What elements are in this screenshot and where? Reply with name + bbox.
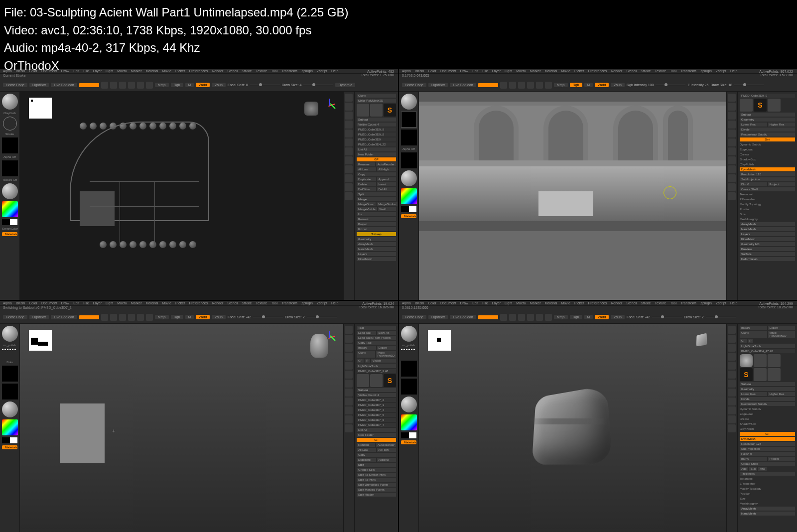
scale-icon[interactable] bbox=[137, 82, 144, 89]
sculpt-object-top-view bbox=[70, 122, 209, 261]
left-tool-tray[interactable]: nc_polish Materials bbox=[399, 324, 419, 532]
dynamesh-section[interactable]: DynaMesh bbox=[740, 167, 795, 171]
status-bar: Switching to Subtool #0: PM3D_Cube3D7_3 bbox=[0, 306, 398, 311]
color-picker[interactable] bbox=[2, 201, 18, 217]
move-icon[interactable] bbox=[128, 82, 135, 89]
file-line: File: 03-Sculpting Acient Wall Part1 Unt… bbox=[4, 4, 348, 21]
audio-line: Audio: mp4a-40-2, 317 Kbps, 44 Khz bbox=[4, 39, 348, 56]
subtool-item[interactable]: PM3D_Cube3D9 bbox=[357, 137, 396, 141]
sculpt-rock bbox=[529, 389, 608, 463]
frame-icon[interactable] bbox=[345, 94, 353, 102]
main-toolbar[interactable]: Home Page LightBox Live Boolean Mrgb Rgb… bbox=[0, 311, 398, 324]
smt-button[interactable]: Smt bbox=[740, 137, 795, 141]
rotate-icon[interactable] bbox=[146, 82, 153, 89]
polyf-icon[interactable] bbox=[345, 165, 353, 173]
floor-gizmo bbox=[304, 102, 318, 116]
zoom-icon[interactable] bbox=[345, 112, 353, 120]
m-button[interactable]: M bbox=[185, 83, 194, 87]
local-icon[interactable] bbox=[345, 147, 353, 155]
left-tool-tray[interactable]: nc_polish Dots Materials bbox=[0, 324, 20, 532]
solo-icon[interactable] bbox=[345, 192, 353, 200]
viewport-canvas[interactable] bbox=[419, 92, 726, 300]
stroke-icon[interactable] bbox=[3, 117, 17, 131]
mrgb-button[interactable]: Mrgb bbox=[155, 83, 169, 87]
edit-icon[interactable] bbox=[110, 82, 117, 89]
dots-stroke-icon[interactable] bbox=[2, 349, 16, 359]
texture-thumbnail[interactable] bbox=[2, 160, 18, 176]
tool-thumb[interactable] bbox=[357, 104, 369, 117]
ghost-icon[interactable] bbox=[345, 183, 353, 191]
main-toolbar[interactable]: Home Page LightBox Live Boolean Mrgb Rgb… bbox=[399, 311, 797, 324]
sculpt-object-front-view bbox=[419, 92, 726, 300]
highlight-selection bbox=[538, 191, 593, 216]
draw-icon[interactable] bbox=[119, 82, 126, 89]
home-button[interactable]: Home Page bbox=[3, 83, 27, 87]
alpha-preview bbox=[29, 98, 52, 119]
dynamesh-section[interactable]: DynaMesh bbox=[740, 437, 795, 441]
stroke-icon[interactable] bbox=[401, 112, 417, 128]
dynamic-button[interactable]: Dynamic bbox=[335, 83, 355, 87]
rgb-button[interactable]: Rgb bbox=[171, 83, 183, 87]
menubar[interactable]: AlphaBrushColorDocumentDrawEditFileLayer… bbox=[399, 69, 797, 74]
zadd-button[interactable]: Zadd bbox=[196, 83, 210, 87]
color-swatch[interactable] bbox=[2, 219, 17, 225]
author-line: OrThodoX bbox=[4, 57, 348, 74]
bpr-icon[interactable] bbox=[101, 82, 108, 89]
menubar[interactable]: AlphaBrushColorDocumentDrawEditFileLayer… bbox=[0, 301, 398, 306]
tool-thumb-rock[interactable] bbox=[740, 354, 753, 367]
viewport-canvas[interactable] bbox=[419, 324, 726, 532]
alpha-thumbnail[interactable] bbox=[2, 137, 18, 153]
tool-panel[interactable]: Clone Make PolyMesh3D S Subtool Visible … bbox=[354, 92, 398, 300]
dots-stroke-icon[interactable] bbox=[401, 349, 415, 359]
subtool-item[interactable]: PM3D_Cube3D4_22 bbox=[357, 142, 396, 146]
tool-panel[interactable]: Tool Load ToolSave As Load Tools From Pr… bbox=[354, 324, 398, 532]
quicksave-indicator bbox=[79, 83, 99, 87]
floor-cube-gizmo[interactable] bbox=[695, 334, 711, 350]
move-nav-icon[interactable] bbox=[345, 103, 353, 111]
tool-panel[interactable]: PM3D_Cube3D9_9 S Subtool Geometry Lower … bbox=[737, 92, 797, 300]
materials-button[interactable]: Materials bbox=[2, 232, 17, 236]
tool-panel[interactable]: ImportExport CloneMake PolyMesh3D GFR Li… bbox=[737, 324, 797, 532]
brush-thumbnail[interactable] bbox=[2, 94, 18, 110]
axis-gizmo[interactable] bbox=[321, 98, 337, 114]
gf-button[interactable]: GF bbox=[357, 157, 396, 161]
persp-icon[interactable] bbox=[345, 130, 353, 137]
gf-button[interactable]: GF bbox=[740, 432, 795, 436]
file-info-overlay: File: 03-Sculpting Acient Wall Part1 Unt… bbox=[4, 4, 348, 75]
material-thumbnail[interactable] bbox=[2, 183, 18, 199]
right-nav-strip[interactable] bbox=[343, 92, 354, 300]
subtool-item[interactable]: PM3D_Cube3D9_8 bbox=[357, 133, 396, 136]
live-boolean-button[interactable]: Live Boolean bbox=[51, 83, 77, 87]
brush-cursor bbox=[664, 186, 676, 199]
main-toolbar[interactable]: Home Page LightBox Live Boolean Mrgb Rgb… bbox=[399, 79, 797, 92]
video-line: Video: avc1, 02:36:10, 1738 Kbps, 1920x1… bbox=[4, 22, 348, 39]
transp-icon[interactable] bbox=[345, 174, 353, 182]
floor-icon[interactable] bbox=[345, 138, 353, 146]
status-bar: 0.1763.5 043.003 bbox=[399, 74, 797, 79]
left-tool-tray[interactable]: ClayCurb Stroke Alpha Off Texture Off Sw… bbox=[0, 92, 20, 300]
quad-view-grid: AlphaBrushColorDocumentDrawEditFileLayer… bbox=[0, 69, 797, 532]
main-toolbar[interactable]: Home Page LightBox Live Boolean Mrgb Rgb… bbox=[0, 79, 398, 92]
viewport-panel-3: AlphaBrushColorDocumentDrawEditFileLayer… bbox=[0, 301, 398, 532]
lightbox-button[interactable]: LightBox bbox=[29, 83, 49, 87]
xpose-icon[interactable] bbox=[345, 156, 353, 164]
draw-size-slider[interactable]: Draw Size: 4 bbox=[282, 83, 334, 87]
simplebrush-icon[interactable]: S bbox=[384, 104, 396, 117]
viewport-canvas[interactable]: + bbox=[20, 324, 343, 532]
rotate-nav-icon[interactable] bbox=[345, 121, 353, 129]
viewport-panel-4: AlphaBrushColorDocumentDrawEditFileLayer… bbox=[399, 301, 797, 532]
cursor-crosshair: + bbox=[112, 428, 115, 434]
status-bar: 0.5815.1235.000 bbox=[399, 306, 797, 311]
viewport-panel-1: AlphaBrushColorDocumentDrawEditFileLayer… bbox=[0, 69, 398, 300]
tokeep-button[interactable]: ToKeep bbox=[357, 232, 396, 236]
focal-shift-slider[interactable]: Focal Shift: 0 bbox=[228, 83, 280, 87]
left-tool-tray[interactable]: Alpha Off Materials bbox=[399, 92, 419, 300]
viewport-canvas[interactable] bbox=[20, 92, 343, 300]
zsub-button[interactable]: Zsub bbox=[212, 83, 226, 87]
sculpt-plane bbox=[60, 403, 105, 463]
subtool-item[interactable]: PM3D_Cube3D9_9 bbox=[357, 128, 396, 132]
brush-label: ClayCurb bbox=[2, 112, 17, 115]
menubar[interactable]: AlphaBrushColorDocumentDrawEditFileLayer… bbox=[399, 301, 797, 306]
polycount-stats: ActivePoints: 482 TotalPoints: 1.753 Mil bbox=[361, 70, 394, 77]
reference-head bbox=[310, 334, 328, 358]
